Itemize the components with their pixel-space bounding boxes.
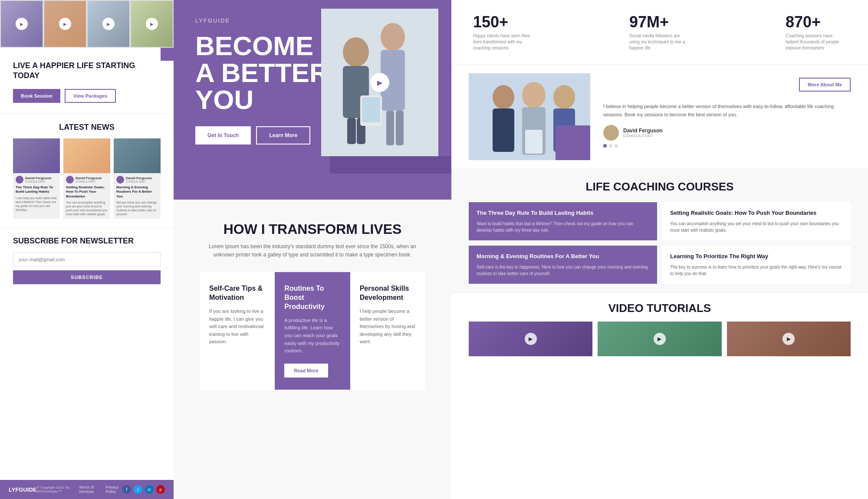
video-thumb-2[interactable]: ▶ [598,322,721,356]
more-about-button[interactable]: More About Me [799,78,851,92]
social-icons-group: f t in p [122,485,165,494]
hero-play-button[interactable]: ▶ [370,73,389,92]
features-grid: Self-Care Tips & Motivation If you are l… [200,272,425,389]
svg-rect-7 [347,118,356,144]
feature-title-1: Self-Care Tips & Motivation [209,284,265,302]
course-card-2: Setting Realistic Goals: How To Push You… [662,202,851,240]
footer-copyright: © Copyright 2019. by WPDeveloper™ [37,486,79,493]
top-image-2: ▶ [44,1,86,47]
terms-link[interactable]: Terms of Services [79,485,101,494]
read-more-button[interactable]: Read More [284,364,328,378]
svg-rect-10 [362,97,380,122]
news-author-1: David Ferguson CONSULTANT [16,176,57,184]
feature-text-2: A productive life is a fulfilling life. … [284,317,340,355]
author-name-1: David Ferguson [25,176,51,180]
feature-card-2: Routines To Boost Productivity A product… [275,272,350,389]
courses-grid: The Three Day Rule To Build Lasting Habi… [469,202,851,284]
news-card-2: David Ferguson CONSULTANT Setting Realis… [63,138,110,219]
play-btn-4[interactable]: ▶ [146,18,158,30]
course-title-1: The Three Day Rule To Build Lasting Habi… [477,209,649,217]
linkedin-icon[interactable]: in [145,485,154,494]
left-panel: ▶ ▶ ▶ ▶ LIVE A HAPPIER LIFE STARTING TOD… [0,0,174,499]
course-title-4: Learning To Prioritize The Right Way [670,253,843,260]
carousel-dot-3[interactable] [615,144,618,148]
purple-corner-decoration [161,48,174,61]
news-card-img-1 [13,138,60,173]
left-footer: LYFGUIDE © Copyright 2019. by WPDevelope… [0,480,174,499]
news-card-body-2: David Ferguson CONSULTANT Setting Realis… [63,173,110,219]
course-text-4: The key to success is to learn how to pr… [670,264,843,277]
right-panel: 150+ Happy clients have seen their lives… [451,0,868,499]
stat-3: 870+ Coaching sessions have helped thous… [786,13,846,51]
author-role-3: CONSULTANT [126,180,152,183]
hero-image-background: ▶ [321,9,438,156]
privacy-link[interactable]: Privacy Policy [105,485,122,494]
news-card-img-2 [63,138,110,173]
pinterest-icon[interactable]: p [156,485,165,494]
course-card-3: Morning & Evening Routines For A Better … [469,246,657,284]
get-in-touch-button[interactable]: Get In Touch [195,126,251,144]
course-text-3: Self-care is the key to happiness. Here … [477,264,649,277]
news-cards-container: David Ferguson CONSULTANT The Three Day … [13,138,161,219]
videos-title: VIDEO TUTORIALS [469,302,851,315]
news-text-3: Did you know you can change your morning… [116,200,158,216]
view-packages-button[interactable]: View Packages [65,89,116,103]
newsletter-title: SUBSCRIBE FOR NEWSLETTER [13,236,161,246]
stats-section: 150+ Happy clients have seen their lives… [451,0,868,65]
feature-title-3: Personal Skills Development [360,284,416,302]
video-play-2[interactable]: ▶ [654,333,666,345]
top-images-row: ▶ ▶ ▶ ▶ [0,0,174,48]
transform-description: Lorem Ipsum has been the industry's stan… [204,243,421,259]
stat-number-3: 870+ [786,13,846,31]
hero-section: LYFGUIDE BECOME A BETTER YOU Get In Touc… [174,0,451,200]
news-title-1: The Three Day Rule To Build Lasting Habi… [16,185,57,194]
courses-section: LIFE COACHING COURSES The Three Day Rule… [451,169,868,293]
video-play-3[interactable]: ▶ [783,333,795,345]
left-news-section: LATEST NEWS David Ferguson CONSULTANT Th… [0,114,174,228]
stat-number-1: 150+ [473,13,534,31]
news-title-2: Setting Realistic Goals: How To Push You… [66,185,108,199]
course-card-1: The Three Day Rule To Build Lasting Habi… [469,202,657,240]
play-btn-1[interactable]: ▶ [16,18,28,30]
author-role-1: CONSULTANT [25,180,51,183]
newsletter-email-input[interactable] [13,252,161,267]
play-btn-2[interactable]: ▶ [59,18,71,30]
stat-2: 97M+ Social media followers are using my… [629,13,690,51]
svg-point-5 [343,37,369,67]
course-title-3: Morning & Evening Routines For A Better … [477,253,649,260]
about-description: I believe in helping people become a bet… [603,98,851,118]
left-hero-buttons: Book Session View Packages [13,89,161,103]
videos-section: VIDEO TUTORIALS ▶ ▶ ▶ [451,293,868,499]
left-hero-section: LIVE A HAPPIER LIFE STARTING TODAY Book … [0,48,174,114]
news-card-3: David Ferguson CONSULTANT Morning & Even… [114,138,161,219]
svg-rect-18 [525,130,542,154]
carousel-dot-1[interactable] [603,144,607,148]
about-author: David Ferguson CONSULTANT [603,125,851,141]
subscribe-button[interactable]: SUBSCRIBE [13,270,161,284]
svg-rect-3 [386,111,394,145]
learn-more-button[interactable]: Learn More [256,126,310,144]
svg-point-16 [553,85,575,109]
author-avatar-2 [66,176,74,184]
course-text-1: Want to build habits that last a lifetim… [477,220,649,233]
facebook-icon[interactable]: f [122,485,131,494]
center-panel: LYFGUIDE BECOME A BETTER YOU Get In Touc… [174,0,451,499]
twitter-icon[interactable]: t [134,485,142,494]
play-btn-3[interactable]: ▶ [102,18,115,30]
svg-point-12 [493,85,514,109]
course-text-2: You can accomplish anything you set your… [670,220,843,233]
feature-card-3: Personal Skills Development I help peopl… [350,272,425,389]
author-avatar-1 [16,176,23,184]
news-text-1: I can help you build habits that last a … [16,196,57,212]
book-session-button[interactable]: Book Session [13,89,60,103]
carousel-dots [603,144,851,148]
carousel-dot-2[interactable] [609,144,612,148]
about-text-area: More About Me I believe in helping peopl… [603,73,851,148]
stat-1: 150+ Happy clients have seen their lives… [473,13,534,51]
stat-desc-3: Coaching sessions have helped thousands … [786,33,846,51]
video-thumb-3[interactable]: ▶ [727,322,851,356]
video-play-1[interactable]: ▶ [525,333,537,345]
latest-news-title: LATEST NEWS [13,123,161,132]
stat-desc-1: Happy clients have seen their lives tran… [473,33,534,51]
video-thumb-1[interactable]: ▶ [469,322,592,356]
